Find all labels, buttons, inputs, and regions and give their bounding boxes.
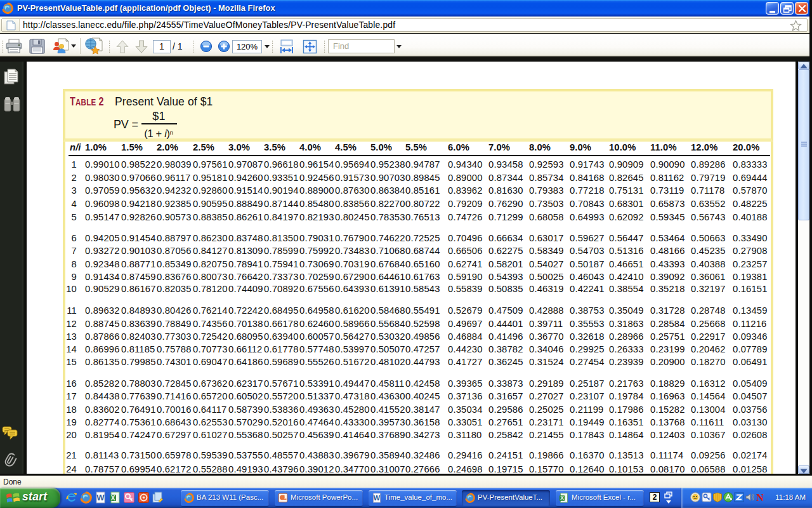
svg-text:N: N	[756, 492, 764, 502]
svg-text:X: X	[560, 495, 564, 501]
svg-text:W: W	[374, 494, 381, 502]
svg-text:W: W	[96, 493, 105, 502]
svg-text:X: X	[111, 495, 115, 502]
